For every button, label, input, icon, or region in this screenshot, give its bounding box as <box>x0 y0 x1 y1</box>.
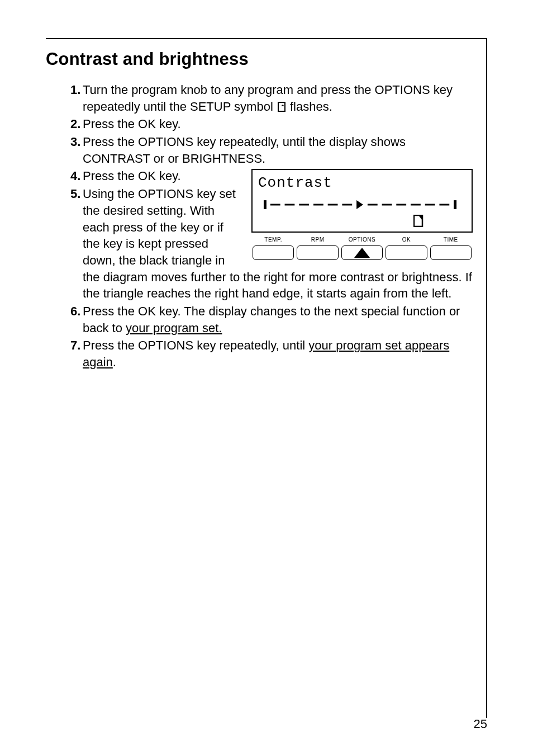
instruction-list: 1. Turn the program knob to any program … <box>46 82 473 371</box>
step-4: Contrast <box>70 168 473 185</box>
step-text: flashes. <box>287 100 332 114</box>
step-number: 7. <box>70 337 80 354</box>
step-text: Press the OK key. <box>83 169 181 183</box>
step-6: 6. Press the OK key. The display changes… <box>70 303 473 336</box>
page-frame: Contrast and brightness 1. Turn the prog… <box>46 38 487 718</box>
step-number: 2. <box>70 116 80 133</box>
step-5: 5. Using the OPTIONS key set the desired… <box>70 186 473 302</box>
step-text: Press the OPTIONS key repeatedly, until … <box>83 135 406 166</box>
step-number: 1. <box>70 82 80 98</box>
setup-icon <box>278 102 285 112</box>
step-number: 4. <box>70 168 80 185</box>
step-number: 6. <box>70 303 80 320</box>
step-text: Turn the program knob to any program and… <box>83 83 453 114</box>
step-text-underline: your program set. <box>126 321 222 335</box>
page-number: 25 <box>474 717 487 731</box>
step-1: 1. Turn the program knob to any program … <box>70 82 473 115</box>
step-7: 7. Press the OPTIONS key repeatedly, unt… <box>70 337 473 370</box>
step-text: . <box>113 355 116 369</box>
step-3: 3. Press the OPTIONS key repeatedly, unt… <box>70 134 473 167</box>
step-2: 2. Press the OK key. <box>70 116 473 133</box>
section-title: Contrast and brightness <box>46 49 486 69</box>
step-number: 5. <box>70 186 80 202</box>
step-text: Using the OPTIONS key set the desired se… <box>83 187 472 300</box>
step-text: Press the OK key. <box>83 117 181 131</box>
step-number: 3. <box>70 134 80 150</box>
step-text: Press the OPTIONS key repeatedly, until <box>83 338 308 352</box>
